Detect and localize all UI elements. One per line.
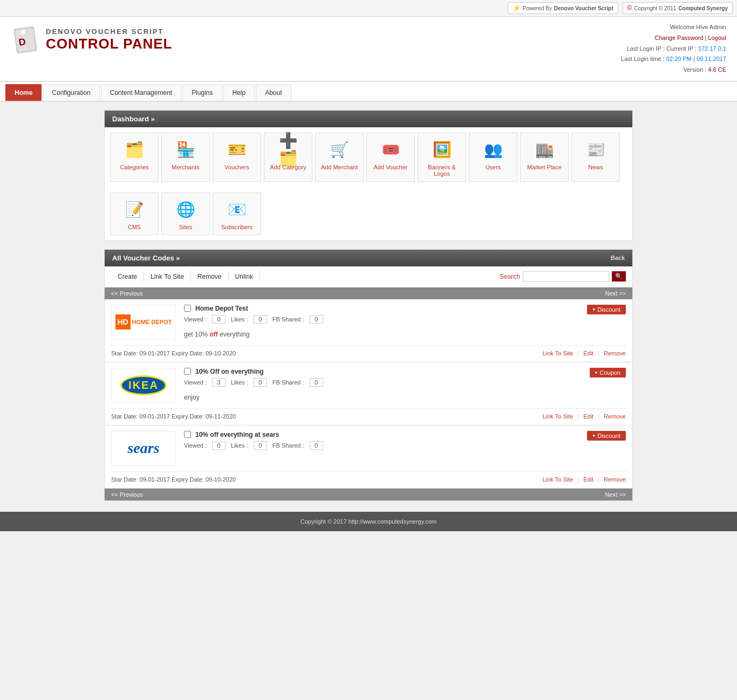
header-right: Welcome Hive Admin Change Password | Log… (621, 22, 726, 76)
header: D Denovo Voucher Script Control Panel We… (0, 17, 737, 82)
prev-link-bottom[interactable]: << Previous (111, 491, 143, 498)
icon-cms[interactable]: 📝 CMS (110, 193, 159, 235)
voucher-logo-ikea: IKEA (111, 368, 176, 403)
welcome-text: Welcome Hive Admin (621, 22, 726, 33)
icon-add-category[interactable]: ➕🗂️ Add Category (264, 133, 312, 182)
logo-icon: D (11, 22, 40, 57)
voucher-checkbox-3[interactable] (184, 431, 191, 438)
voucher-desc-3 (184, 454, 626, 467)
remove-v3[interactable]: Remove (604, 476, 626, 483)
icon-users[interactable]: 👥 Users (469, 133, 517, 182)
search-label: Search (500, 273, 520, 280)
remove-v2[interactable]: Remove (604, 413, 626, 420)
voucher-actions-1: Link To Site | Edit | Remove (543, 350, 626, 356)
link-to-site-v2[interactable]: Link To Site (543, 413, 574, 420)
add-voucher-icon: 🎟️ (379, 138, 403, 162)
edit-v3[interactable]: Edit (583, 476, 593, 483)
voucher-checkbox-2[interactable] (184, 368, 191, 375)
icon-subscribers[interactable]: 📧 Subscribers (213, 193, 261, 235)
edit-v2[interactable]: Edit (583, 413, 593, 420)
start-date-3: 09-01-2017 (140, 476, 170, 483)
voucher-footer-2: Star Date: 09-01-2017 Expiry Date: 09-11… (111, 408, 626, 420)
voucher-footer-3: Star Date: 09-01-2017 Expiry Date: 09-10… (111, 471, 626, 483)
voucher-stats-3: Viewed : 0 Likes : 0 FB Shared : 0 (184, 441, 626, 450)
change-password-link[interactable]: Change Password (654, 35, 703, 41)
ikea-logo: IKEA (120, 375, 167, 395)
copyright-badge: © Copyright © 2011 Computed Synergy (623, 2, 733, 14)
banners-logos-icon: 🖼️ (430, 138, 454, 162)
icon-merchants[interactable]: 🏪 Merchants (161, 133, 210, 182)
icon-market-place[interactable]: 🏬 Market Place (520, 133, 569, 182)
toolbar-search: Search 🔍 (500, 271, 626, 282)
remove-v1[interactable]: Remove (604, 350, 626, 356)
voucher-dates-2: Star Date: 09-01-2017 Expiry Date: 09-11… (111, 413, 236, 420)
start-date-2: 09-01-2017 (140, 413, 170, 420)
icon-add-voucher[interactable]: 🎟️ Add Voucher (366, 133, 415, 182)
last-login-ip: Last Login IP : Current IP : 172.17.0.1 (621, 44, 726, 54)
voucher-checkbox-1[interactable] (184, 305, 191, 312)
voucher-card-inner-2: IKEA Coupon 10% Off on everything Viewed… (111, 368, 626, 404)
add-category-icon: ➕🗂️ (276, 138, 301, 162)
logo-area: D Denovo Voucher Script Control Panel (11, 22, 172, 57)
icon-banners-logos[interactable]: 🖼️ Banners & Logos (418, 133, 466, 182)
nav-item-home[interactable]: Home (5, 84, 42, 101)
next-link-bottom[interactable]: Next >> (605, 491, 626, 498)
voucher-section-title: All Voucher Codes » (112, 254, 180, 262)
link-to-site-button[interactable]: Link To Site (144, 271, 191, 283)
dashboard-icons-row2: 📝 CMS 🌐 Sites 📧 Subscribers (105, 187, 632, 241)
voucher-content-1: Discount Home Depot Test Viewed : 0 Like… (184, 305, 626, 341)
remove-button[interactable]: Remove (191, 271, 229, 283)
create-button[interactable]: Create (111, 271, 144, 283)
dashboard-header: Dashboard » (105, 111, 632, 127)
voucher-actions-3: Link To Site | Edit | Remove (543, 476, 626, 483)
next-link-top[interactable]: Next >> (605, 290, 626, 297)
icon-categories[interactable]: 🗂️ Categories (110, 133, 159, 182)
voucher-title-2: 10% Off on everything (195, 368, 264, 375)
badge-label-1: Discount (597, 306, 620, 313)
nav-item-content-management[interactable]: Content Management (101, 84, 181, 101)
icon-news[interactable]: 📰 News (571, 133, 620, 182)
voucher-dates-3: Star Date: 09-01-2017 Expiry Date: 09-10… (111, 476, 236, 483)
icon-vouchers[interactable]: 🎫 Vouchers (213, 133, 261, 182)
voucher-toolbar: Create Link To Site Remove Unlink Search… (105, 266, 632, 287)
nav-item-help[interactable]: Help (223, 84, 255, 101)
back-link[interactable]: Back (611, 255, 625, 261)
nav-item-about[interactable]: About (256, 84, 291, 101)
logout-link[interactable]: Logout (708, 35, 726, 41)
cms-label: CMS (128, 224, 141, 230)
prev-link-top[interactable]: << Previous (111, 290, 143, 297)
search-button[interactable]: 🔍 (612, 271, 626, 282)
expiry-date-1: 09-10-2020 (206, 350, 236, 356)
voucher-title-3: 10% off everything at sears (195, 431, 279, 438)
subscribers-label: Subscribers (221, 224, 253, 230)
voucher-title-1: Home Depot Test (195, 305, 248, 312)
nav-item-plugins[interactable]: Plugins (182, 84, 222, 101)
news-label: News (588, 164, 603, 170)
header-links[interactable]: Change Password | Logout (621, 33, 726, 44)
link-to-site-v3[interactable]: Link To Site (543, 476, 574, 483)
top-bar: ⚡ Powered By Denovo Voucher Script © Cop… (0, 0, 737, 17)
sites-label: Sites (179, 224, 192, 230)
unlink-button[interactable]: Unlink (229, 271, 260, 283)
copyright-company: Computed Synergy (678, 5, 728, 11)
edit-v1[interactable]: Edit (583, 350, 593, 356)
footer-text: Copyright © 2017 http://www.computedsyne… (301, 518, 436, 525)
icon-add-merchant[interactable]: 🛒 Add Merchant (315, 133, 364, 182)
link-to-site-v1[interactable]: Link To Site (543, 350, 574, 356)
icon-sites[interactable]: 🌐 Sites (161, 193, 210, 235)
badge-label-3: Discount (597, 433, 620, 439)
viewed-count-3: 0 (212, 441, 226, 450)
voucher-card-2: IKEA Coupon 10% Off on everything Viewed… (105, 362, 632, 426)
nav-item-configuration[interactable]: Configuration (43, 84, 99, 101)
add-category-label: Add Category (270, 164, 306, 170)
powered-script-label: Denovo Voucher Script (554, 5, 613, 11)
current-ip: 172.17.0.1 (698, 45, 726, 52)
powered-by-label: Powered By (523, 5, 552, 11)
search-input[interactable] (523, 271, 609, 282)
powered-icon: ⚡ (513, 4, 521, 12)
voucher-badge-1: Discount (587, 305, 626, 314)
merchants-label: Merchants (172, 164, 199, 170)
logo-subtitle: Denovo Voucher Script (46, 28, 172, 36)
voucher-title-row-1: Home Depot Test (184, 305, 626, 312)
voucher-stats-2: Viewed : 3 Likes : 0 FB Shared : 0 (184, 378, 626, 387)
